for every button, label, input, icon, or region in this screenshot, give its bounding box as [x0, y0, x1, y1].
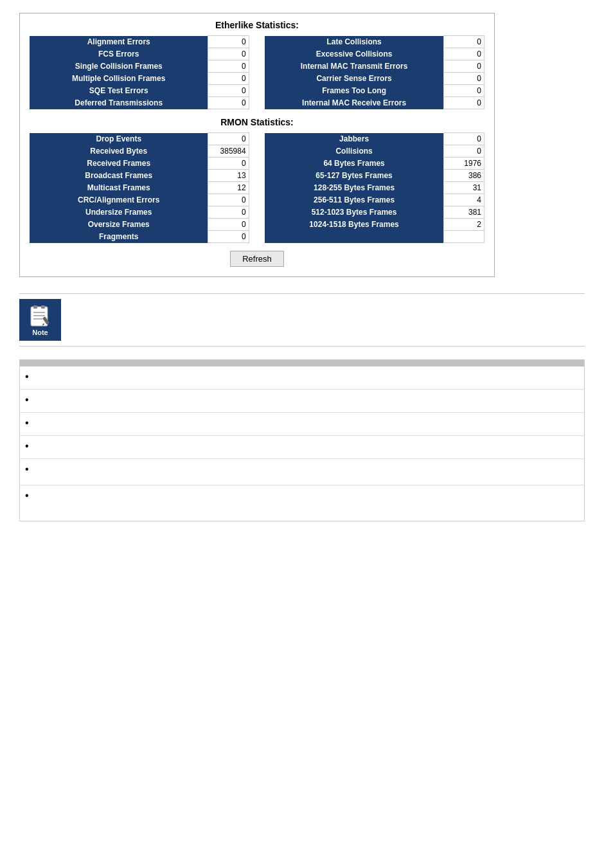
etherlike-left-value-2: 0: [208, 60, 249, 73]
svg-rect-2: [41, 305, 45, 309]
stats-box: Etherlike Statistics: Alignment Errors 0…: [19, 13, 495, 277]
rmon-left-value-4: 12: [208, 182, 249, 194]
rmon-right-label-2: 64 Bytes Frames: [265, 158, 443, 170]
rmon-row-7: Oversize Frames 0 1024-1518 Bytes Frames…: [30, 219, 484, 231]
rmon-table: Drop Events 0 Jabbers 0 Received Bytes 3…: [30, 132, 484, 243]
etherlike-left-label-5: Deferred Transmissions: [30, 97, 208, 109]
rmon-title: RMON Statistics:: [30, 117, 484, 127]
refresh-button[interactable]: Refresh: [230, 251, 284, 267]
etherlike-right-label-2: Internal MAC Transmit Errors: [265, 60, 443, 73]
rmon-right-label-1: Collisions: [265, 145, 443, 158]
bullet-1: •: [25, 370, 29, 384]
rmon-left-label-4: Multicast Frames: [30, 182, 208, 194]
etherlike-left-label-0: Alignment Errors: [30, 36, 208, 48]
etherlike-title: Etherlike Statistics:: [30, 20, 484, 30]
rmon-right-label-0: Jabbers: [265, 133, 443, 145]
etherlike-row-3: Multiple Collision Frames 0 Carrier Sens…: [30, 73, 484, 85]
rmon-row-0: Drop Events 0 Jabbers 0: [30, 133, 484, 145]
rmon-row-1: Received Bytes 385984 Collisions 0: [30, 145, 484, 158]
etherlike-left-label-1: FCS Errors: [30, 48, 208, 60]
rmon-right-value-1: 0: [443, 145, 484, 158]
etherlike-left-value-4: 0: [208, 85, 249, 97]
list-item-3: •: [20, 413, 584, 436]
rmon-left-label-7: Oversize Frames: [30, 219, 208, 231]
etherlike-right-label-1: Excessive Collisions: [265, 48, 443, 60]
rmon-left-label-1: Received Bytes: [30, 145, 208, 158]
rmon-left-value-5: 0: [208, 194, 249, 206]
note-icon-box: Note: [19, 299, 61, 341]
etherlike-left-label-3: Multiple Collision Frames: [30, 73, 208, 85]
rmon-right-label-3: 65-127 Bytes Frames: [265, 170, 443, 182]
etherlike-left-value-0: 0: [208, 36, 249, 48]
rmon-left-label-8: Fragments: [30, 231, 208, 243]
bullet-5: •: [25, 463, 29, 476]
list-item-4: •: [20, 436, 584, 459]
note-icon: [28, 304, 53, 329]
etherlike-right-value-4: 0: [443, 85, 484, 97]
bullet-2: •: [25, 393, 29, 407]
list-section: • • • • • •: [19, 359, 585, 521]
rmon-left-value-1: 385984: [208, 145, 249, 158]
bullet-3: •: [25, 417, 29, 430]
list-header: [20, 360, 584, 366]
etherlike-row-0: Alignment Errors 0 Late Collisions 0: [30, 36, 484, 48]
rmon-left-value-7: 0: [208, 219, 249, 231]
etherlike-left-value-1: 0: [208, 48, 249, 60]
rmon-right-value-0: 0: [443, 133, 484, 145]
list-item: •: [20, 366, 584, 390]
rmon-right-label-4: 128-255 Bytes Frames: [265, 182, 443, 194]
rmon-row-5: CRC/Alignment Errors 0 256-511 Bytes Fra…: [30, 194, 484, 206]
rmon-left-value-8: 0: [208, 231, 249, 243]
etherlike-left-label-4: SQE Test Errors: [30, 85, 208, 97]
etherlike-right-value-1: 0: [443, 48, 484, 60]
etherlike-right-value-5: 0: [443, 97, 484, 109]
rmon-left-label-5: CRC/Alignment Errors: [30, 194, 208, 206]
rmon-left-value-2: 0: [208, 158, 249, 170]
etherlike-left-value-3: 0: [208, 73, 249, 85]
rmon-row-6: Undersize Frames 0 512-1023 Bytes Frames…: [30, 206, 484, 219]
note-label: Note: [32, 329, 48, 336]
rmon-right-value-3: 386: [443, 170, 484, 182]
rmon-left-value-6: 0: [208, 206, 249, 219]
etherlike-right-label-0: Late Collisions: [265, 36, 443, 48]
etherlike-right-value-2: 0: [443, 60, 484, 73]
rmon-left-label-6: Undersize Frames: [30, 206, 208, 219]
rmon-right-label-6: 512-1023 Bytes Frames: [265, 206, 443, 219]
rmon-right-value-8: [443, 231, 484, 243]
rmon-right-value-5: 4: [443, 194, 484, 206]
rmon-left-label-0: Drop Events: [30, 133, 208, 145]
rmon-left-label-3: Broadcast Frames: [30, 170, 208, 182]
etherlike-row-5: Deferred Transmissions 0 Internal MAC Re…: [30, 97, 484, 109]
etherlike-right-label-5: Internal MAC Receive Errors: [265, 97, 443, 109]
etherlike-right-label-3: Carrier Sense Errors: [265, 73, 443, 85]
rmon-left-label-2: Received Frames: [30, 158, 208, 170]
rmon-row-3: Broadcast Frames 13 65-127 Bytes Frames …: [30, 170, 484, 182]
rmon-right-label-7: 1024-1518 Bytes Frames: [265, 219, 443, 231]
etherlike-right-value-0: 0: [443, 36, 484, 48]
rmon-row-4: Multicast Frames 12 128-255 Bytes Frames…: [30, 182, 484, 194]
rmon-left-value-3: 13: [208, 170, 249, 182]
rmon-right-value-7: 2: [443, 219, 484, 231]
etherlike-row-4: SQE Test Errors 0 Frames Too Long 0: [30, 85, 484, 97]
bullet-6: •: [25, 489, 29, 503]
rmon-left-value-0: 0: [208, 133, 249, 145]
rmon-right-label-8: [265, 231, 443, 243]
svg-rect-1: [33, 305, 37, 309]
etherlike-right-value-3: 0: [443, 73, 484, 85]
etherlike-left-value-5: 0: [208, 97, 249, 109]
rmon-right-value-6: 381: [443, 206, 484, 219]
rmon-right-value-4: 31: [443, 182, 484, 194]
svg-rect-0: [31, 307, 48, 326]
etherlike-table: Alignment Errors 0 Late Collisions 0 FCS…: [30, 35, 484, 109]
etherlike-row-1: FCS Errors 0 Excessive Collisions 0: [30, 48, 484, 60]
rmon-right-label-5: 256-511 Bytes Frames: [265, 194, 443, 206]
list-item-5: •: [20, 459, 584, 485]
rmon-row-8: Fragments 0: [30, 231, 484, 243]
note-section: Note: [19, 293, 585, 347]
rmon-right-value-2: 1976: [443, 158, 484, 170]
rmon-row-2: Received Frames 0 64 Bytes Frames 1976: [30, 158, 484, 170]
bullet-4: •: [25, 440, 29, 453]
etherlike-right-label-4: Frames Too Long: [265, 85, 443, 97]
list-item-6: •: [20, 485, 584, 521]
list-item-2: •: [20, 390, 584, 413]
